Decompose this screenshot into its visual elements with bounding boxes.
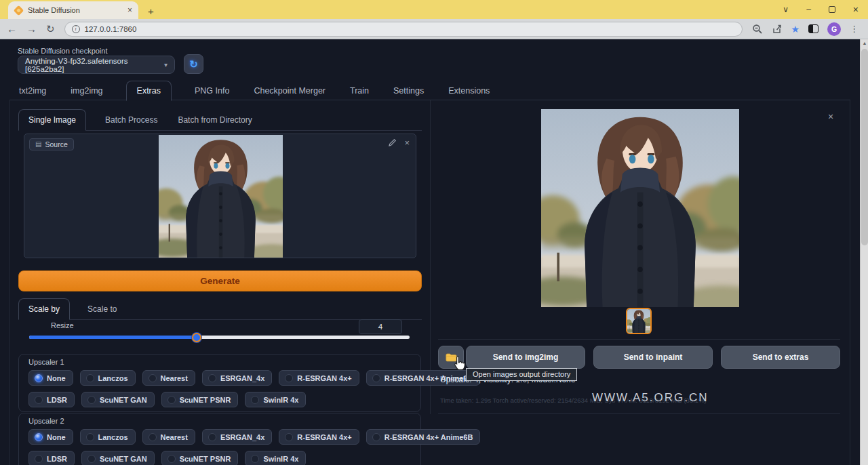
bookmark-star-icon[interactable]: ★ xyxy=(791,24,800,34)
radio-icon[interactable] xyxy=(35,455,43,463)
send-to-img2img-button[interactable]: Send to img2img xyxy=(466,346,585,369)
minimize-icon[interactable]: – xyxy=(806,5,811,14)
resize-value-input[interactable]: 4 xyxy=(359,319,402,334)
profile-avatar[interactable]: G xyxy=(827,22,841,36)
tab-train[interactable]: Train xyxy=(349,81,370,100)
scale-tab-scale-to[interactable]: Scale to xyxy=(86,299,118,319)
browser-toolbar: ← → ↻ i 127.0.0.1:7860 ★ G ⋮ xyxy=(0,19,868,39)
radio-icon[interactable] xyxy=(372,374,380,382)
mode-tab-batch-from-directory[interactable]: Batch from Directory xyxy=(176,110,253,130)
upscaler-option-r-esrgan-4x-[interactable]: R-ESRGAN 4x+ xyxy=(279,429,359,445)
option-label: ESRGAN_4x xyxy=(220,374,264,382)
menu-dots-icon[interactable]: ⋮ xyxy=(850,24,859,34)
upscaler-option-esrgan-4x[interactable]: ESRGAN_4x xyxy=(202,370,272,386)
upscaler-option-esrgan-4x[interactable]: ESRGAN_4x xyxy=(202,429,272,445)
radio-icon[interactable] xyxy=(149,433,157,441)
page-scrollbar[interactable]: ▲ xyxy=(860,39,868,465)
upscaler-option-swinir-4x[interactable]: SwinIR 4x xyxy=(245,451,306,465)
refresh-icon: ↻ xyxy=(189,58,198,70)
upscaler-option-lanczos[interactable]: Lanczos xyxy=(80,429,136,445)
edit-pencil-icon[interactable] xyxy=(388,138,397,147)
clear-image-icon[interactable]: × xyxy=(404,138,410,147)
resize-slider[interactable] xyxy=(29,336,410,339)
upscaler-option-none[interactable]: None xyxy=(28,370,73,386)
upscaler-option-scunet-psnr[interactable]: ScuNET PSNR xyxy=(161,392,239,407)
radio-icon[interactable] xyxy=(251,396,259,404)
tooltip: Open images output directory xyxy=(466,368,577,381)
zoom-icon[interactable] xyxy=(752,24,763,35)
site-info-icon[interactable]: i xyxy=(72,25,80,33)
radio-icon[interactable] xyxy=(35,396,43,404)
address-bar[interactable]: i 127.0.0.1:7860 xyxy=(64,22,743,37)
tab-img2img[interactable]: img2img xyxy=(69,81,104,100)
upscaler-option-nearest[interactable]: Nearest xyxy=(142,370,195,386)
option-label: ScuNET PSNR xyxy=(180,455,231,463)
toolbar-right: ★ G ⋮ xyxy=(752,22,859,36)
mode-tab-batch-process[interactable]: Batch Process xyxy=(104,110,159,130)
mode-tab-single-image[interactable]: Single Image xyxy=(18,109,86,131)
refresh-checkpoint-button[interactable]: ↻ xyxy=(184,54,203,74)
tab-extras[interactable]: Extras xyxy=(126,81,172,101)
scroll-up-icon[interactable]: ▲ xyxy=(861,41,868,45)
favicon xyxy=(14,6,23,15)
scrollbar-thumb[interactable] xyxy=(861,49,868,245)
radio-icon[interactable] xyxy=(149,374,157,382)
tab-extensions[interactable]: Extensions xyxy=(447,81,491,100)
browser-tab[interactable]: Stable Diffusion × xyxy=(8,1,138,19)
sidepanel-icon[interactable] xyxy=(808,24,818,33)
upscaler-option-scunet-gan[interactable]: ScuNET GAN xyxy=(81,392,155,407)
share-icon[interactable] xyxy=(772,24,783,35)
source-chip: ▤ Source xyxy=(29,138,74,150)
upscaler-option-ldsr[interactable]: LDSR xyxy=(28,392,75,407)
result-image[interactable] xyxy=(541,109,739,307)
tab-settings[interactable]: Settings xyxy=(392,81,425,100)
close-result-icon[interactable]: × xyxy=(828,111,833,122)
window-chevron-icon[interactable]: ∨ xyxy=(783,5,789,14)
tab-txt2img[interactable]: txt2img xyxy=(18,81,47,100)
send-to-inpaint-button[interactable]: Send to inpaint xyxy=(593,346,713,369)
checkpoint-dropdown[interactable]: Anything-V3-fp32.safetensors [625a2ba2] … xyxy=(18,56,175,74)
source-label: Source xyxy=(45,140,67,148)
radio-icon[interactable] xyxy=(35,374,43,382)
slider-thumb[interactable] xyxy=(192,333,201,342)
source-image-dropzone[interactable]: ▤ Source × xyxy=(24,134,416,258)
tab-close-icon[interactable]: × xyxy=(127,5,132,15)
window-close-icon[interactable]: × xyxy=(853,5,859,14)
tab-png-info[interactable]: PNG Info xyxy=(193,81,231,100)
radio-icon[interactable] xyxy=(87,455,96,463)
column-divider xyxy=(430,100,431,414)
upscaler-option-none[interactable]: None xyxy=(28,429,73,445)
radio-icon[interactable] xyxy=(208,374,216,382)
radio-icon[interactable] xyxy=(87,396,96,404)
upscaler-option-r-esrgan-4x-anime6b[interactable]: R-ESRGAN 4x+ Anime6B xyxy=(366,429,481,445)
option-label: LDSR xyxy=(47,396,67,404)
restore-icon[interactable] xyxy=(829,6,835,13)
upscaler-option-scunet-psnr[interactable]: ScuNET PSNR xyxy=(161,451,239,465)
radio-icon[interactable] xyxy=(86,433,94,441)
forward-icon[interactable]: → xyxy=(26,24,37,34)
generate-button[interactable]: Generate xyxy=(18,270,422,291)
upscaler-option-r-esrgan-4x-[interactable]: R-ESRGAN 4x+ xyxy=(279,370,359,386)
radio-icon[interactable] xyxy=(285,374,293,382)
option-label: R-ESRGAN 4x+ xyxy=(297,433,351,441)
tab-checkpoint-merger[interactable]: Checkpoint Merger xyxy=(252,81,327,100)
upscaler-option-ldsr[interactable]: LDSR xyxy=(28,451,75,465)
new-tab-button[interactable]: + xyxy=(148,6,154,16)
radio-icon[interactable] xyxy=(285,433,293,441)
radio-icon[interactable] xyxy=(208,433,216,441)
upscaler-option-nearest[interactable]: Nearest xyxy=(142,429,195,445)
radio-icon[interactable] xyxy=(251,455,259,463)
gallery-thumbnail[interactable] xyxy=(626,308,652,334)
upscaler-option-swinir-4x[interactable]: SwinIR 4x xyxy=(245,392,306,407)
radio-icon[interactable] xyxy=(35,433,43,441)
radio-icon[interactable] xyxy=(167,396,176,404)
back-icon[interactable]: ← xyxy=(7,24,17,34)
upscaler-option-lanczos[interactable]: Lanczos xyxy=(80,370,136,386)
scale-tab-scale-by[interactable]: Scale by xyxy=(18,298,70,320)
send-to-extras-button[interactable]: Send to extras xyxy=(721,346,840,369)
radio-icon[interactable] xyxy=(167,455,176,463)
radio-icon[interactable] xyxy=(372,433,380,441)
radio-icon[interactable] xyxy=(86,374,94,382)
upscaler-option-scunet-gan[interactable]: ScuNET GAN xyxy=(81,451,155,465)
reload-icon[interactable]: ↻ xyxy=(46,24,55,34)
